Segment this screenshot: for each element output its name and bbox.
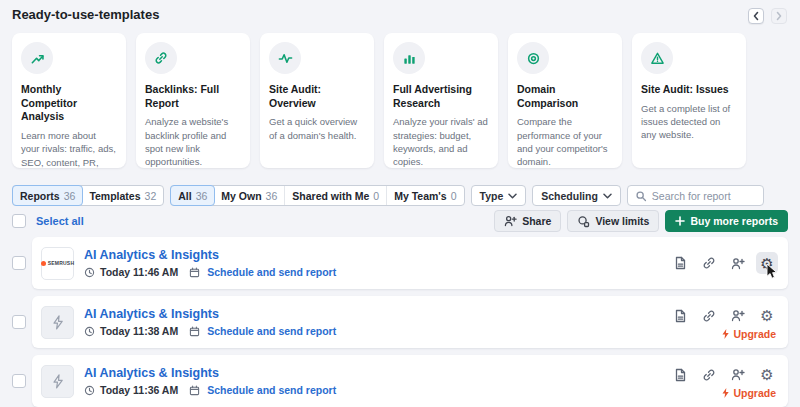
upgrade-lightning-icon xyxy=(721,387,730,399)
tab-my-teams[interactable]: My Team's 0 xyxy=(387,186,463,205)
carousel-prev-button[interactable] xyxy=(748,8,764,24)
share-report-icon[interactable] xyxy=(727,252,749,274)
report-meta: Today 11:38 AM Schedule and send report xyxy=(84,325,336,337)
settings-gear-icon[interactable]: ⚙ xyxy=(756,364,778,386)
bar-chart-icon xyxy=(393,42,425,74)
tab-label: All xyxy=(178,190,191,202)
export-pdf-icon[interactable] xyxy=(669,305,691,327)
template-card-backlinks-full-report[interactable]: Backlinks: Full Report Analyze a website… xyxy=(136,33,250,168)
select-all-checkbox[interactable] xyxy=(12,214,26,228)
list-toolbar: Select all Share View limits Buy more re… xyxy=(12,210,788,232)
reports-templates-toggle: Reports 36 Templates 32 xyxy=(12,185,164,206)
chevron-left-icon xyxy=(752,11,760,21)
tab-all[interactable]: All 36 xyxy=(170,185,215,206)
type-dropdown[interactable]: Type xyxy=(471,185,527,206)
backlink-chain-icon xyxy=(145,42,177,74)
schedule-and-send-link[interactable]: Schedule and send report xyxy=(207,384,336,396)
scheduling-dropdown[interactable]: Scheduling xyxy=(532,185,621,206)
row-checkbox[interactable] xyxy=(12,315,26,329)
template-card-title: Domain Comparison xyxy=(517,83,613,110)
report-thumbnail-placeholder xyxy=(41,365,74,398)
reports-list: SEMRUSH AI Analytics & Insights Today 11… xyxy=(12,237,788,407)
view-limits-button[interactable]: View limits xyxy=(567,210,659,232)
template-card-monthly-competitor-analysis[interactable]: Monthly Competitor Analysis Learn more a… xyxy=(12,33,126,168)
upgrade-link[interactable]: Upgrade xyxy=(721,328,776,340)
carousel-next-button[interactable] xyxy=(771,8,787,24)
report-card: SEMRUSH AI Analytics & Insights Today 11… xyxy=(32,237,788,289)
template-card-description: Get a complete list of issues detected o… xyxy=(641,102,737,142)
buy-more-reports-label: Buy more reports xyxy=(690,215,778,227)
tab-count: 36 xyxy=(196,190,208,202)
copy-link-icon[interactable] xyxy=(698,364,720,386)
copy-link-icon[interactable] xyxy=(698,252,720,274)
template-card-site-audit-overview[interactable]: Site Audit: Overview Get a quick overvie… xyxy=(260,33,374,168)
copy-link-icon[interactable] xyxy=(698,305,720,327)
user-plus-icon xyxy=(504,215,517,227)
tab-count: 0 xyxy=(373,190,379,202)
tab-count: 32 xyxy=(145,190,157,202)
page-title: Ready-to-use-templates xyxy=(12,7,159,22)
tab-my-own[interactable]: My Own 36 xyxy=(214,186,285,205)
ownership-filter-toggle: All 36 My Own 36 Shared with Me 0 My Tea… xyxy=(170,185,464,206)
schedule-and-send-link[interactable]: Schedule and send report xyxy=(207,266,336,278)
lightning-icon xyxy=(52,374,64,389)
template-card-site-audit-issues[interactable]: Site Audit: Issues Get a complete list o… xyxy=(632,33,746,168)
tab-shared-with-me[interactable]: Shared with Me 0 xyxy=(285,186,387,205)
template-card-full-advertising-research[interactable]: Full Advertising Research Analyze your r… xyxy=(384,33,498,168)
settings-gear-icon[interactable]: ⚙ xyxy=(756,305,778,327)
tab-templates[interactable]: Templates 32 xyxy=(82,186,163,205)
tab-label: My Own xyxy=(221,190,261,202)
semrush-logo-icon xyxy=(41,261,46,266)
export-pdf-icon[interactable] xyxy=(669,252,691,274)
report-timestamp: Today 11:36 AM xyxy=(100,384,178,396)
template-card-title: Full Advertising Research xyxy=(393,83,489,110)
tab-count: 0 xyxy=(451,190,457,202)
tab-label: My Team's xyxy=(394,190,447,202)
tab-reports[interactable]: Reports 36 xyxy=(12,185,83,206)
report-info: AI Analytics & Insights Today 11:38 AM S… xyxy=(84,307,336,337)
report-thumbnail-semrush: SEMRUSH xyxy=(41,247,74,280)
calendar-icon xyxy=(189,326,200,337)
report-info: AI Analytics & Insights Today 11:36 AM S… xyxy=(84,366,336,396)
report-title-link[interactable]: AI Analytics & Insights xyxy=(84,307,336,321)
template-card-description: Analyze your rivals' ad strategies: budg… xyxy=(393,115,489,168)
scheduling-dropdown-label: Scheduling xyxy=(541,190,598,202)
type-dropdown-label: Type xyxy=(480,190,504,202)
share-button[interactable]: Share xyxy=(494,210,561,232)
export-pdf-icon[interactable] xyxy=(669,364,691,386)
template-card-domain-comparison[interactable]: Domain Comparison Compare the performanc… xyxy=(508,33,622,168)
report-title-link[interactable]: AI Analytics & Insights xyxy=(84,366,336,380)
carousel-nav xyxy=(748,8,787,24)
toolbar-actions: Share View limits Buy more reports xyxy=(494,210,788,232)
comparison-ring-icon xyxy=(517,42,549,74)
row-checkbox[interactable] xyxy=(12,374,26,388)
chevron-right-icon xyxy=(775,11,783,21)
settings-gear-icon[interactable]: ⚙ xyxy=(756,252,778,274)
chevron-down-icon xyxy=(603,193,612,199)
report-title-link[interactable]: AI Analytics & Insights xyxy=(84,248,336,262)
tab-count: 36 xyxy=(266,190,278,202)
template-card-title: Monthly Competitor Analysis xyxy=(21,83,117,124)
report-thumbnail-placeholder xyxy=(41,306,74,339)
template-card-description: Get a quick overview of a domain's healt… xyxy=(269,115,365,142)
calendar-icon xyxy=(189,267,200,278)
share-report-icon[interactable] xyxy=(727,364,749,386)
template-card-description: Compare the performance of your and your… xyxy=(517,115,613,168)
upgrade-link[interactable]: Upgrade xyxy=(721,387,776,399)
report-meta: Today 11:46 AM Schedule and send report xyxy=(84,266,336,278)
share-report-icon[interactable] xyxy=(727,305,749,327)
share-button-label: Share xyxy=(522,215,551,227)
template-card-title: Site Audit: Issues xyxy=(641,83,737,97)
select-all-link[interactable]: Select all xyxy=(36,215,84,227)
report-meta: Today 11:36 AM Schedule and send report xyxy=(84,384,336,396)
limits-gauge-icon xyxy=(577,215,590,228)
schedule-and-send-link[interactable]: Schedule and send report xyxy=(207,325,336,337)
tab-label: Reports xyxy=(20,190,60,202)
buy-more-reports-button[interactable]: Buy more reports xyxy=(665,210,788,232)
plus-icon xyxy=(675,216,685,226)
search-icon xyxy=(635,190,647,202)
search-input[interactable] xyxy=(652,190,756,202)
row-checkbox[interactable] xyxy=(12,256,26,270)
report-search xyxy=(627,185,764,206)
tab-count: 36 xyxy=(64,190,76,202)
